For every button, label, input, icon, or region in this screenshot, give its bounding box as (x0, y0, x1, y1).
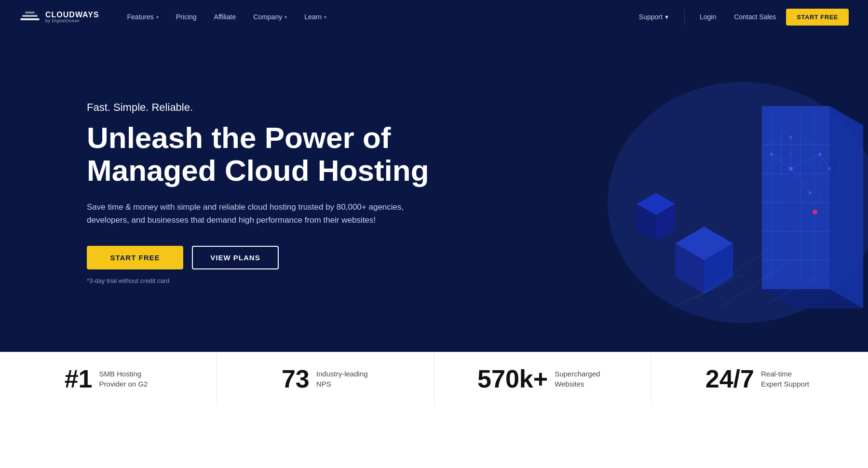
svg-rect-2 (25, 12, 35, 13)
hero-trial-note: *3-day trial without credit card (87, 277, 444, 284)
hero-view-plans-button[interactable]: VIEW PLANS (192, 246, 279, 269)
nav-start-free-button[interactable]: START FREE (786, 9, 849, 26)
nav-support[interactable]: Support ▾ (630, 0, 677, 34)
nav-right: Support ▾ Login Contact Sales START FREE (630, 0, 849, 34)
svg-point-33 (789, 167, 793, 171)
stats-bar: #1 SMB Hosting Provider on G2 73 Industr… (0, 352, 868, 405)
hero-graphic (530, 34, 868, 352)
brand-sub: by DigitalOcean (45, 19, 99, 23)
hero-start-free-button[interactable]: START FREE (87, 246, 183, 269)
nav-divider (684, 10, 685, 24)
svg-rect-1 (22, 15, 38, 17)
stat-desc-rank: SMB Hosting Provider on G2 (99, 369, 152, 389)
stat-item-rank: #1 SMB Hosting Provider on G2 (0, 352, 217, 405)
svg-point-39 (813, 210, 817, 214)
logo-link[interactable]: CLOUDWAYS by DigitalOcean (19, 10, 99, 24)
svg-rect-0 (20, 18, 40, 20)
svg-point-36 (789, 136, 792, 139)
navbar: CLOUDWAYS by DigitalOcean Features ▾ Pri… (0, 0, 868, 34)
stat-desc-websites: Supercharged Websites (555, 369, 608, 389)
nav-links: Features ▾ Pricing Affiliate Company ▾ L… (119, 0, 630, 34)
hero-tagline: Fast. Simple. Reliable. (87, 101, 444, 114)
stat-number-rank: #1 (65, 366, 93, 391)
stat-number-websites: 570k+ (477, 366, 548, 391)
hero-content: Fast. Simple. Reliable. Unleash the Powe… (0, 63, 463, 323)
stat-desc-support: Real-time Expert Support (761, 369, 814, 389)
hero-title: Unleash the Power of Managed Cloud Hosti… (87, 121, 444, 187)
nav-login[interactable]: Login (692, 0, 724, 34)
logo-icon (19, 10, 41, 24)
stat-item-nps: 73 Industry-leading NPS (217, 352, 434, 405)
svg-point-38 (809, 191, 812, 194)
nav-learn[interactable]: Learn ▾ (296, 0, 335, 34)
stat-item-support: 24/7 Real-time Expert Support (651, 352, 868, 405)
nav-contact-sales[interactable]: Contact Sales (726, 0, 784, 34)
nav-company[interactable]: Company ▾ (244, 0, 296, 34)
brand-name: CLOUDWAYS (45, 11, 99, 19)
svg-marker-5 (762, 106, 829, 289)
hero-description: Save time & money with simple and reliab… (87, 201, 444, 227)
hero-section: Fast. Simple. Reliable. Unleash the Powe… (0, 34, 868, 352)
hero-illustration (550, 58, 868, 337)
svg-marker-4 (829, 106, 863, 308)
chevron-down-icon: ▾ (324, 14, 326, 20)
chevron-down-icon: ▾ (665, 13, 668, 21)
nav-affiliate[interactable]: Affiliate (205, 0, 245, 34)
stat-item-websites: 570k+ Supercharged Websites (434, 352, 651, 405)
nav-pricing[interactable]: Pricing (167, 0, 205, 34)
nav-features[interactable]: Features ▾ (119, 0, 167, 34)
svg-point-34 (818, 153, 821, 156)
stat-desc-nps: Industry-leading NPS (316, 369, 369, 389)
svg-point-35 (770, 153, 773, 156)
stat-number-nps: 73 (282, 366, 310, 391)
chevron-down-icon: ▾ (156, 14, 159, 20)
svg-point-37 (828, 167, 831, 170)
chevron-down-icon: ▾ (285, 14, 287, 20)
hero-buttons: START FREE VIEW PLANS (87, 246, 444, 269)
stat-number-support: 24/7 (705, 366, 754, 391)
